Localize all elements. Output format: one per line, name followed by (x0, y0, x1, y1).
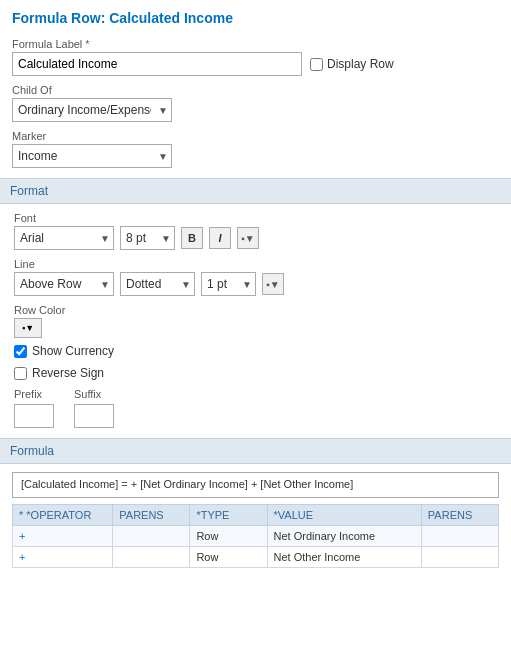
row-color-label: Row Color (14, 304, 497, 316)
th-value: *VALUE (267, 505, 421, 526)
formula-table-row: + Row Net Other Income (13, 547, 499, 568)
suffix-label: Suffix (74, 388, 114, 400)
child-of-select-wrap: Ordinary Income/Expense ▼ (12, 98, 172, 122)
cell-parens2 (421, 526, 498, 547)
line-style-select-wrap: Dotted ▼ (120, 272, 195, 296)
prefix-label: Prefix (14, 388, 54, 400)
cell-operator: + (13, 547, 113, 568)
display-row-text: Display Row (327, 57, 394, 71)
italic-button[interactable]: I (209, 227, 231, 249)
show-currency-row: Show Currency (14, 344, 497, 358)
line-pt-select[interactable]: 1 pt (201, 272, 256, 296)
show-currency-label: Show Currency (32, 344, 114, 358)
line-color-button[interactable]: ▪▼ (262, 273, 284, 295)
row-color-section: Row Color ▪▼ (14, 304, 497, 338)
font-color-button[interactable]: ▪▼ (237, 227, 259, 249)
font-color-icon: ▪▼ (241, 233, 254, 244)
prefix-input[interactable] (14, 404, 54, 428)
suffix-group: Suffix (74, 388, 114, 428)
display-row-checkbox[interactable] (310, 58, 323, 71)
marker-label: Marker (12, 130, 499, 142)
formula-label-label: Formula Label * (12, 38, 499, 50)
child-of-group: Child Of Ordinary Income/Expense ▼ (12, 84, 499, 122)
marker-select-wrap: Income ▼ (12, 144, 172, 168)
child-of-select[interactable]: Ordinary Income/Expense (12, 98, 172, 122)
reverse-sign-label: Reverse Sign (32, 366, 104, 380)
line-row: Above Row ▼ Dotted ▼ 1 pt ▼ (14, 272, 497, 296)
page-title: Formula Row: Calculated Income (12, 10, 499, 26)
cell-parens (113, 547, 190, 568)
show-currency-checkbox[interactable] (14, 345, 27, 358)
prefix-group: Prefix (14, 388, 54, 428)
formula-table-header-row: *OPERATOR PARENS *TYPE *VALUE PARENS (13, 505, 499, 526)
bold-button[interactable]: B (181, 227, 203, 249)
line-position-select[interactable]: Above Row (14, 272, 114, 296)
marker-group: Marker Income ▼ (12, 130, 499, 168)
page-container: Formula Row: Calculated Income Formula L… (0, 0, 511, 578)
suffix-input[interactable] (74, 404, 114, 428)
cell-parens2 (421, 547, 498, 568)
line-position-select-wrap: Above Row ▼ (14, 272, 114, 296)
marker-select[interactable]: Income (12, 144, 172, 168)
reverse-sign-row: Reverse Sign (14, 366, 497, 380)
line-pt-select-wrap: 1 pt ▼ (201, 272, 256, 296)
cell-value: Net Other Income (267, 547, 421, 568)
formula-label-row: Display Row (12, 52, 499, 76)
line-color-icon: ▪▼ (266, 279, 279, 290)
th-operator: *OPERATOR (13, 505, 113, 526)
th-type: *TYPE (190, 505, 267, 526)
cell-parens (113, 526, 190, 547)
formula-table: *OPERATOR PARENS *TYPE *VALUE PARENS + R… (12, 504, 499, 568)
child-of-label: Child Of (12, 84, 499, 96)
cell-value: Net Ordinary Income (267, 526, 421, 547)
page-title-prefix: Formula Row: (12, 10, 109, 26)
font-select[interactable]: Arial (14, 226, 114, 250)
formula-section: [Calculated Income] = + [Net Ordinary In… (12, 472, 499, 568)
operator-link[interactable]: + (19, 530, 25, 542)
format-section-label: Format (10, 184, 48, 198)
formula-label-input[interactable] (12, 52, 302, 76)
operator-link[interactable]: + (19, 551, 25, 563)
size-select[interactable]: 8 pt (120, 226, 175, 250)
formula-table-row: + Row Net Ordinary Income (13, 526, 499, 547)
page-title-name: Calculated Income (109, 10, 233, 26)
format-section-header: Format (0, 178, 511, 204)
cell-type: Row (190, 547, 267, 568)
size-select-wrap: 8 pt ▼ (120, 226, 175, 250)
font-group: Font Arial ▼ 8 pt ▼ B I ▪▼ (14, 212, 497, 250)
formula-section-header: Formula (0, 438, 511, 464)
line-group: Line Above Row ▼ Dotted ▼ 1 pt (14, 258, 497, 296)
row-color-button[interactable]: ▪▼ (14, 318, 42, 338)
line-label: Line (14, 258, 497, 270)
th-parens: PARENS (113, 505, 190, 526)
row-color-icon: ▪▼ (22, 323, 34, 333)
font-label: Font (14, 212, 497, 224)
cell-type: Row (190, 526, 267, 547)
reverse-sign-checkbox[interactable] (14, 367, 27, 380)
formula-expression: [Calculated Income] = + [Net Ordinary In… (12, 472, 499, 498)
format-section: Font Arial ▼ 8 pt ▼ B I ▪▼ (12, 212, 499, 428)
prefix-suffix-row: Prefix Suffix (14, 388, 497, 428)
formula-section-label: Formula (10, 444, 54, 458)
font-select-wrap: Arial ▼ (14, 226, 114, 250)
th-parens2: PARENS (421, 505, 498, 526)
formula-label-group: Formula Label * Display Row (12, 38, 499, 76)
display-row-label: Display Row (310, 57, 394, 71)
line-style-select[interactable]: Dotted (120, 272, 195, 296)
formula-table-body: + Row Net Ordinary Income + Row Net Othe… (13, 526, 499, 568)
font-row: Arial ▼ 8 pt ▼ B I ▪▼ (14, 226, 497, 250)
cell-operator: + (13, 526, 113, 547)
